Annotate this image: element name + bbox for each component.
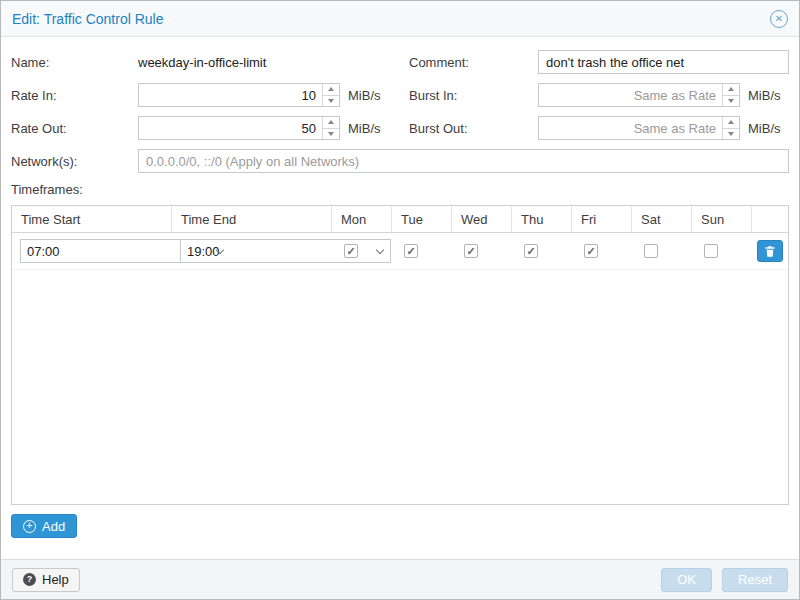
dialog-title: Edit: Traffic Control Rule bbox=[12, 11, 770, 27]
name-label: Name: bbox=[11, 55, 138, 70]
rate-in-input[interactable] bbox=[139, 84, 322, 106]
column-header-tue: Tue bbox=[392, 206, 452, 232]
dialog-header: Edit: Traffic Control Rule bbox=[1, 1, 799, 37]
trash-icon bbox=[764, 245, 776, 258]
form-row-rate-out-burst-out: Rate Out: MiB/s Burst Out: bbox=[11, 116, 789, 140]
help-button-label: Help bbox=[42, 572, 69, 587]
burst-in-field bbox=[538, 83, 740, 107]
rate-out-input[interactable] bbox=[139, 117, 322, 139]
traffic-control-rule-dialog: Edit: Traffic Control Rule Name: weekday… bbox=[0, 0, 800, 600]
rate-out-spinner bbox=[322, 117, 339, 139]
column-header-fri: Fri bbox=[572, 206, 632, 232]
timeframes-table-header: Time Start Time End Mon Tue Wed Thu Fri … bbox=[12, 206, 788, 233]
column-header-time-end: Time End bbox=[172, 206, 332, 232]
burst-out-unit: MiB/s bbox=[748, 121, 781, 136]
burst-out-spinner bbox=[722, 117, 739, 139]
rate-in-spin-up-icon[interactable] bbox=[323, 84, 339, 96]
rate-in-spinner bbox=[322, 84, 339, 106]
comment-label: Comment: bbox=[409, 55, 538, 70]
burst-out-label: Burst Out: bbox=[409, 121, 538, 136]
rate-out-field bbox=[138, 116, 340, 140]
rate-in-label: Rate In: bbox=[11, 88, 138, 103]
burst-in-input[interactable] bbox=[539, 84, 722, 106]
rate-in-unit: MiB/s bbox=[348, 88, 381, 103]
add-button[interactable]: Add bbox=[11, 514, 77, 538]
rate-out-spin-down-icon[interactable] bbox=[323, 129, 339, 140]
column-header-sat: Sat bbox=[632, 206, 692, 232]
rate-out-spin-up-icon[interactable] bbox=[323, 117, 339, 129]
comment-input[interactable] bbox=[538, 50, 789, 74]
rate-in-spin-down-icon[interactable] bbox=[323, 96, 339, 107]
column-header-sun: Sun bbox=[692, 206, 752, 232]
thu-checkbox[interactable] bbox=[524, 244, 538, 258]
burst-out-spin-down-icon[interactable] bbox=[723, 129, 739, 140]
column-header-wed: Wed bbox=[452, 206, 512, 232]
dialog-footer: Help OK Reset bbox=[1, 559, 799, 599]
networks-input[interactable] bbox=[138, 149, 789, 173]
tue-checkbox[interactable] bbox=[404, 244, 418, 258]
rate-out-unit: MiB/s bbox=[348, 121, 381, 136]
column-header-time-start: Time Start bbox=[12, 206, 172, 232]
burst-out-spin-up-icon[interactable] bbox=[723, 117, 739, 129]
fri-checkbox[interactable] bbox=[584, 244, 598, 258]
rate-out-label: Rate Out: bbox=[11, 121, 138, 136]
help-button[interactable]: Help bbox=[12, 568, 80, 592]
mon-checkbox[interactable] bbox=[344, 244, 358, 258]
burst-in-spin-up-icon[interactable] bbox=[723, 84, 739, 96]
column-header-actions bbox=[752, 206, 788, 232]
burst-out-field bbox=[538, 116, 740, 140]
burst-in-unit: MiB/s bbox=[748, 88, 781, 103]
add-button-label: Add bbox=[42, 519, 65, 534]
timeframes-label: Timeframes: bbox=[11, 182, 789, 197]
form-row-rate-in-burst-in: Rate In: MiB/s Burst In: bbox=[11, 83, 789, 107]
help-question-icon bbox=[23, 573, 36, 586]
timeframe-row bbox=[12, 233, 788, 270]
add-plus-icon bbox=[23, 520, 36, 533]
rate-in-field bbox=[138, 83, 340, 107]
name-value: weekday-in-office-limit bbox=[138, 55, 266, 70]
form-row-networks: Network(s): bbox=[11, 149, 789, 173]
column-header-mon: Mon bbox=[332, 206, 392, 232]
reset-button[interactable]: Reset bbox=[722, 568, 788, 592]
burst-in-spinner bbox=[722, 84, 739, 106]
ok-button[interactable]: OK bbox=[661, 568, 712, 592]
burst-out-input[interactable] bbox=[539, 117, 722, 139]
burst-in-label: Burst In: bbox=[409, 88, 538, 103]
burst-in-spin-down-icon[interactable] bbox=[723, 96, 739, 107]
form-row-name-comment: Name: weekday-in-office-limit Comment: bbox=[11, 50, 789, 74]
delete-row-button[interactable] bbox=[757, 240, 783, 262]
sun-checkbox[interactable] bbox=[704, 244, 718, 258]
networks-label: Network(s): bbox=[11, 154, 138, 169]
sat-checkbox[interactable] bbox=[644, 244, 658, 258]
timeframes-table: Time Start Time End Mon Tue Wed Thu Fri … bbox=[11, 205, 789, 505]
dialog-body: Name: weekday-in-office-limit Comment: R… bbox=[1, 37, 799, 559]
column-header-thu: Thu bbox=[512, 206, 572, 232]
close-icon[interactable] bbox=[770, 10, 788, 28]
wed-checkbox[interactable] bbox=[464, 244, 478, 258]
